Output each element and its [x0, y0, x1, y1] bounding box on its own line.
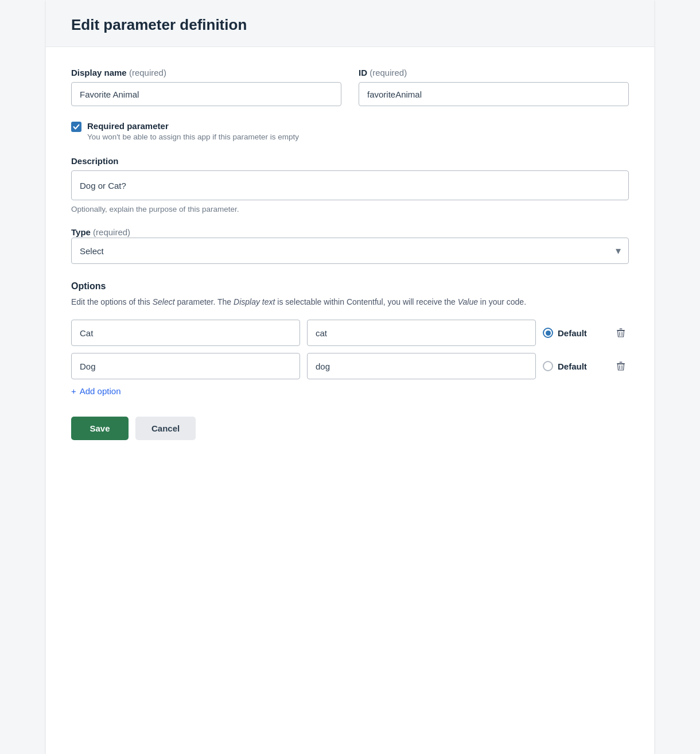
options-description: Edit the options of this Select paramete… — [71, 296, 629, 308]
type-select[interactable]: Select Short text Long text Number Boole… — [71, 238, 629, 264]
display-name-required: (required) — [129, 68, 166, 77]
option-1-value-input[interactable] — [307, 320, 536, 346]
display-name-input[interactable] — [71, 82, 341, 106]
option-1-default-radio[interactable] — [543, 328, 553, 338]
option-2-value-input[interactable] — [307, 353, 536, 379]
options-title: Options — [71, 281, 629, 292]
type-required: (required) — [93, 227, 130, 237]
option-2-display-input[interactable] — [71, 353, 300, 379]
svg-rect-5 — [620, 362, 623, 363]
type-label: Type (required) — [71, 227, 130, 237]
option-2-default-radio[interactable] — [543, 361, 553, 371]
id-label: ID (required) — [359, 68, 629, 77]
cancel-button[interactable]: Cancel — [135, 417, 196, 440]
svg-rect-1 — [620, 329, 623, 330]
add-option-button[interactable]: + Add option — [71, 386, 629, 396]
option-2-default-label: Default — [558, 362, 587, 371]
option-row-1: Default — [71, 320, 629, 346]
id-required: (required) — [370, 68, 407, 77]
save-button[interactable]: Save — [71, 417, 129, 440]
option-2-delete-button[interactable] — [613, 358, 629, 374]
add-option-label: Add option — [80, 386, 121, 396]
description-label: Description — [71, 156, 629, 166]
description-input[interactable] — [71, 170, 629, 200]
id-input[interactable] — [359, 82, 629, 106]
option-1-display-input[interactable] — [71, 320, 300, 346]
required-parameter-label: Required parameter — [87, 121, 299, 131]
display-name-label: Display name (required) — [71, 68, 341, 77]
page-title: Edit parameter definition — [71, 16, 629, 34]
option-1-default-label: Default — [558, 328, 587, 338]
option-1-delete-button[interactable] — [613, 325, 629, 341]
plus-icon: + — [71, 386, 76, 396]
required-parameter-hint: You won't be able to assign this app if … — [87, 133, 299, 141]
required-parameter-checkbox[interactable] — [71, 122, 81, 132]
description-hint: Optionally, explain the purpose of this … — [71, 205, 629, 213]
option-row-2: Default — [71, 353, 629, 379]
